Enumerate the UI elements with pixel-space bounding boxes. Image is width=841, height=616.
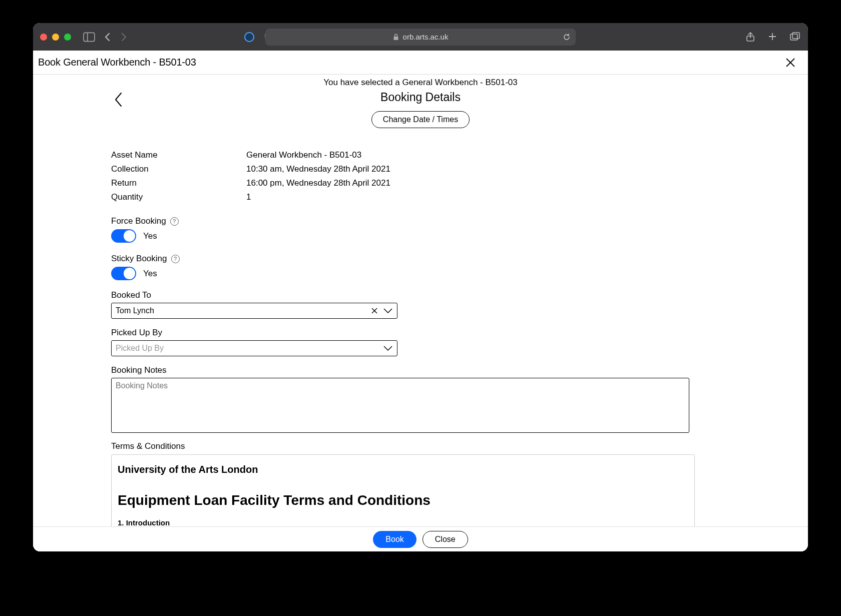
booked-to-select[interactable]: Tom Lynch xyxy=(111,303,397,319)
modal-title: Book General Workbench - B501-03 xyxy=(38,57,196,68)
asset-name-value: General Workbench - B501-03 xyxy=(246,150,361,160)
nav-forward-icon[interactable] xyxy=(120,33,127,42)
back-icon[interactable] xyxy=(111,90,125,110)
booked-to-label: Booked To xyxy=(111,290,151,300)
browser-titlebar: orb.arts.ac.uk xyxy=(33,23,808,51)
chevron-down-icon[interactable] xyxy=(383,345,393,351)
booked-to-value: Tom Lynch xyxy=(116,306,393,315)
selected-asset-text: You have selected a General Workbench - … xyxy=(33,78,808,88)
terms-label: Terms & Conditions xyxy=(111,441,185,451)
picked-up-by-label: Picked Up By xyxy=(111,328,162,338)
return-label: Return xyxy=(111,178,246,188)
terms-org: University of the Arts London xyxy=(118,464,688,475)
reload-icon[interactable] xyxy=(563,33,571,41)
nav-back-icon[interactable] xyxy=(104,33,111,42)
quantity-label: Quantity xyxy=(111,192,246,202)
collection-value: 10:30 am, Wednesday 28th April 2021 xyxy=(246,164,390,174)
window-zoom-icon[interactable] xyxy=(64,34,71,41)
svg-rect-7 xyxy=(790,34,797,40)
address-bar[interactable]: orb.arts.ac.uk xyxy=(265,29,576,46)
chevron-down-icon[interactable] xyxy=(383,308,393,314)
share-icon[interactable] xyxy=(746,32,755,42)
sticky-booking-value: Yes xyxy=(143,269,157,279)
window-close-icon[interactable] xyxy=(40,34,47,41)
lock-icon xyxy=(393,34,399,41)
url-text: orb.arts.ac.uk xyxy=(403,33,449,41)
svg-rect-0 xyxy=(84,33,95,41)
collection-label: Collection xyxy=(111,164,246,174)
picked-up-by-select[interactable]: Picked Up By xyxy=(111,340,397,356)
force-booking-label: Force Booking xyxy=(111,216,166,226)
modal-footer: Book Close xyxy=(33,526,808,551)
sticky-booking-toggle[interactable] xyxy=(111,267,136,280)
modal-header: Book General Workbench - B501-03 xyxy=(33,51,808,75)
close-icon[interactable] xyxy=(784,56,797,69)
help-icon[interactable]: ? xyxy=(170,217,179,226)
book-button[interactable]: Book xyxy=(373,531,416,548)
return-value: 16:00 pm, Wednesday 28th April 2021 xyxy=(246,178,390,188)
close-button[interactable]: Close xyxy=(423,531,468,548)
svg-rect-8 xyxy=(792,33,799,39)
sticky-booking-label: Sticky Booking xyxy=(111,254,167,264)
svg-rect-2 xyxy=(393,37,398,40)
clear-icon[interactable] xyxy=(371,307,378,314)
sidebar-toggle[interactable] xyxy=(83,31,95,43)
picked-up-by-placeholder: Picked Up By xyxy=(116,344,393,353)
page-title: Booking Details xyxy=(33,91,808,104)
browser-window: orb.arts.ac.uk Book General Workbench - … xyxy=(33,23,808,551)
quantity-value: 1 xyxy=(246,192,251,202)
terms-section-heading: 1. Introduction xyxy=(118,518,688,526)
window-minimize-icon[interactable] xyxy=(52,34,59,41)
terms-box[interactable]: University of the Arts London Equipment … xyxy=(111,454,695,526)
new-tab-icon[interactable] xyxy=(768,32,777,42)
change-date-times-button[interactable]: Change Date / Times xyxy=(371,111,470,128)
booking-notes-textarea[interactable] xyxy=(111,378,689,433)
window-controls xyxy=(40,34,71,41)
extension-1password-icon[interactable] xyxy=(244,32,254,42)
force-booking-value: Yes xyxy=(143,231,157,241)
asset-name-label: Asset Name xyxy=(111,150,246,160)
terms-title: Equipment Loan Facility Terms and Condit… xyxy=(118,492,688,508)
help-icon[interactable]: ? xyxy=(171,255,180,263)
booking-notes-label: Booking Notes xyxy=(111,365,167,375)
tabs-overview-icon[interactable] xyxy=(790,32,800,42)
force-booking-toggle[interactable] xyxy=(111,229,136,243)
modal-content: You have selected a General Workbench - … xyxy=(33,75,808,526)
